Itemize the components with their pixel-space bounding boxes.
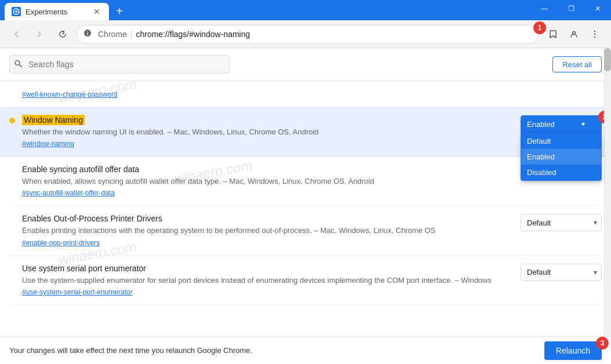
flags-list: #well-known-change-password Window Namin…: [0, 81, 611, 305]
tab-close-button[interactable]: ✕: [92, 6, 102, 17]
svg-text:i: i: [87, 31, 89, 37]
minimize-button[interactable]: —: [531, 0, 558, 17]
svg-line-10: [20, 65, 22, 67]
search-flags-input[interactable]: [9, 55, 230, 74]
flag-control-serial: Default Enabled Disabled ▾: [521, 264, 602, 281]
dropdown-option-disabled[interactable]: Disabled: [521, 165, 601, 180]
bottom-bar: Your changes will take effect the next t…: [0, 336, 611, 364]
svg-point-8: [594, 36, 595, 37]
dropdown-option-enabled[interactable]: Enabled: [521, 149, 601, 165]
titlebar: Experiments ✕ + — ❐ ✕: [0, 0, 611, 20]
toolbar-actions: [544, 25, 604, 43]
address-lock-icon: i: [83, 29, 92, 39]
flag-content-window-naming: Window Naming Whether the window naming …: [22, 115, 514, 148]
flag-description-print: Enables printing interactions with the o…: [22, 225, 514, 236]
dropdown-option-default[interactable]: Default: [521, 133, 601, 149]
back-button[interactable]: [7, 25, 26, 43]
flag-description-serial: Use the system-supplied enumerator for s…: [22, 275, 514, 286]
content-area: Reset all #well-known-change-password Wi…: [0, 48, 611, 336]
flag-anchor-link[interactable]: #well-known-change-password: [22, 90, 602, 99]
active-tab[interactable]: Experiments ✕: [5, 3, 109, 20]
dropdown-list-window-naming[interactable]: Default Enabled Disabled: [521, 133, 602, 181]
flag-item-well-known: #well-known-change-password: [9, 81, 602, 107]
flag-link-sync[interactable]: #sync-autofill-wallet-offer-data: [22, 189, 514, 197]
flag-content-sync: Enable syncing autofill offer data When …: [22, 165, 514, 197]
flag-link-window-naming[interactable]: #window-naming: [22, 140, 514, 148]
flag-item-sync-autofill: Enable syncing autofill offer data When …: [9, 156, 602, 206]
bookmark-button[interactable]: [544, 25, 562, 43]
close-button[interactable]: ✕: [584, 0, 611, 17]
dropdown-open-window-naming[interactable]: Enabled ▾ 2 Default Enabled Disabled: [521, 115, 602, 133]
flag-description-sync: When enabled, allows syncing autofill wa…: [22, 176, 514, 187]
flag-dot-yellow: [9, 118, 15, 123]
relaunch-wrapper: Relaunch 3: [544, 341, 602, 360]
bottom-message: Your changes will take effect the next t…: [9, 346, 252, 355]
flag-description-window-naming: Whether the window naming UI is enabled.…: [22, 127, 514, 137]
flag-title-highlighted: Window Naming: [22, 115, 85, 125]
svg-point-6: [594, 30, 595, 31]
flag-item-window-naming: Window Naming Whether the window naming …: [0, 107, 611, 156]
toolbar: i Chrome | chrome://flags/#window-naming…: [0, 20, 611, 48]
flag-content-serial: Use system serial port enumerator Use th…: [22, 264, 514, 296]
flag-item-serial-port: Use system serial port enumerator Use th…: [9, 256, 602, 305]
profile-button[interactable]: [565, 25, 583, 43]
tab-title: Experiments: [26, 8, 67, 16]
reset-all-button[interactable]: Reset all: [552, 56, 602, 72]
flag-link-serial[interactable]: #use-system-serial-port-enumerator: [22, 288, 514, 296]
new-tab-button[interactable]: +: [111, 3, 128, 19]
search-wrapper: [9, 55, 230, 74]
flag-control-print: Default Enabled Disabled ▾: [521, 214, 602, 231]
flag-content-print: Enables Out-of-Process Printer Drivers E…: [22, 214, 514, 246]
forward-button[interactable]: [30, 25, 49, 43]
flag-link-print[interactable]: #enable-oop-print-drivers: [22, 239, 514, 247]
flag-control-window-naming: Enabled ▾ 2 Default Enabled Disabled: [521, 115, 602, 133]
flag-item-print-drivers: Enables Out-of-Process Printer Drivers E…: [9, 206, 602, 255]
svg-point-9: [15, 61, 20, 65]
tab-favicon: [12, 7, 21, 16]
flag-content: #well-known-change-password: [22, 89, 602, 99]
dropdown-select-print[interactable]: Default Enabled Disabled: [521, 214, 602, 231]
scrollbar-track[interactable]: [604, 48, 611, 336]
flag-title-window-naming: Window Naming: [22, 115, 514, 125]
reload-button[interactable]: [53, 25, 72, 43]
dropdown-print: Default Enabled Disabled ▾: [521, 214, 602, 231]
scrollbar-thumb[interactable]: [604, 48, 611, 71]
dropdown-serial: Default Enabled Disabled ▾: [521, 264, 602, 281]
search-bar-area: Reset all: [0, 48, 611, 81]
address-bar-container: i Chrome | chrome://flags/#window-naming…: [77, 25, 539, 43]
dropdown-up-arrow: ▾: [581, 120, 585, 128]
dropdown-select-serial[interactable]: Default Enabled Disabled: [521, 264, 602, 281]
dropdown-header[interactable]: Enabled ▾ 2: [521, 115, 602, 133]
search-icon: [14, 60, 22, 70]
address-bar[interactable]: Chrome | chrome://flags/#window-naming: [77, 25, 539, 43]
flag-title-serial: Use system serial port enumerator: [22, 264, 514, 273]
svg-point-7: [594, 33, 595, 34]
menu-button[interactable]: [585, 25, 604, 43]
relaunch-button[interactable]: Relaunch: [544, 341, 602, 360]
address-value: chrome://flags/#window-naming: [136, 30, 250, 39]
address-prefix: Chrome: [98, 30, 127, 39]
flag-title-print: Enables Out-of-Process Printer Drivers: [22, 214, 514, 223]
maximize-button[interactable]: ❐: [558, 0, 584, 17]
flag-title-sync: Enable syncing autofill offer data: [22, 165, 514, 174]
tab-bar: Experiments ✕ +: [5, 0, 128, 20]
dropdown-selected-value: Enabled: [527, 120, 555, 129]
window-controls: — ❐ ✕: [531, 0, 611, 17]
address-separator: |: [130, 30, 133, 39]
